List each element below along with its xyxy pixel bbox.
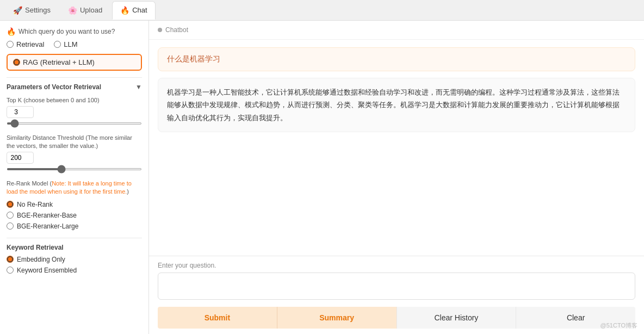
sidebar: 🔥 Which query do you want to use? Retrie… xyxy=(0,21,149,334)
bge-large-option[interactable]: BGE-Reranker-Large xyxy=(7,222,142,230)
query-section-title: 🔥 Which query do you want to use? xyxy=(7,27,142,36)
divider-1 xyxy=(7,77,142,78)
bot-message: 机器学习是一种人工智能技术，它让计算机系统能够通过数据和经验自动学习和改进，而无… xyxy=(158,78,635,132)
top-k-group: Top K (choose between 0 and 100) xyxy=(7,96,142,126)
chat-messages: 什么是机器学习 机器学习是一种人工智能技术，它让计算机系统能够通过数据和经验自动… xyxy=(149,40,644,256)
retrieval-llm-row: Retrieval LLM xyxy=(7,40,142,48)
chatbot-label: Chatbot xyxy=(165,26,188,34)
keyword-ensembled-option[interactable]: Keyword Ensembled xyxy=(7,267,142,274)
top-k-input[interactable] xyxy=(7,106,34,118)
submit-button[interactable]: Submit xyxy=(158,307,277,329)
fire-icon: 🔥 xyxy=(7,27,16,36)
chat-area: Chatbot 什么是机器学习 机器学习是一种人工智能技术，它让计算机系统能够通… xyxy=(149,21,644,334)
params-header: Parameters of Vector Retrieval ▼ xyxy=(7,83,142,91)
top-k-input-row xyxy=(7,106,142,118)
chat-buttons: Submit Summary Clear History Clear xyxy=(158,307,635,329)
params-collapse-icon[interactable]: ▼ xyxy=(135,83,142,91)
similarity-group: Similarity Distance Threshold (The more … xyxy=(7,134,142,172)
chatbot-header: Chatbot xyxy=(149,21,644,40)
bge-base-option[interactable]: BGE-Reranker-Base xyxy=(7,212,142,219)
tab-chat[interactable]: 🔥 Chat xyxy=(112,1,155,20)
similarity-input[interactable] xyxy=(7,152,34,164)
user-message-text: 什么是机器学习 xyxy=(167,54,626,64)
retrieval-option[interactable]: Retrieval xyxy=(7,40,44,48)
settings-icon: 🚀 xyxy=(13,6,22,15)
top-k-slider[interactable] xyxy=(7,122,142,125)
chat-icon: 🔥 xyxy=(120,6,129,15)
similarity-slider[interactable] xyxy=(7,168,142,170)
chat-input-area: Enter your question. Submit Summary Clea… xyxy=(149,256,644,334)
upload-icon: 🌸 xyxy=(68,6,77,15)
rerank-group: Re-Rank Model (Note: It will take a long… xyxy=(7,180,142,230)
keyword-title: Keyword Retrieval xyxy=(7,244,142,251)
main-content: 🔥 Which query do you want to use? Retrie… xyxy=(0,21,644,334)
tab-bar: 🚀 Settings 🌸 Upload 🔥 Chat xyxy=(0,0,644,21)
chat-input[interactable] xyxy=(158,273,635,300)
tab-settings[interactable]: 🚀 Settings xyxy=(5,1,58,20)
clear-history-button[interactable]: Clear History xyxy=(397,307,517,329)
watermark: @51CTO博客 xyxy=(600,321,637,330)
input-label: Enter your question. xyxy=(158,262,635,269)
query-options: Retrieval LLM RAG (Retrieval + LLM) xyxy=(7,40,142,71)
divider-2 xyxy=(7,238,142,238)
user-message: 什么是机器学习 xyxy=(158,47,635,71)
tab-upload[interactable]: 🌸 Upload xyxy=(60,1,110,20)
bot-message-text: 机器学习是一种人工智能技术，它让计算机系统能够通过数据和经验自动学习和改进，而无… xyxy=(167,86,626,124)
embedding-only-option[interactable]: Embedding Only xyxy=(7,256,142,263)
no-rerank-option[interactable]: No Re-Rank xyxy=(7,201,142,208)
chatbot-status-dot xyxy=(158,28,162,32)
rag-option[interactable]: RAG (Retrieval + LLM) xyxy=(7,54,142,71)
similarity-input-row xyxy=(7,152,142,164)
llm-option[interactable]: LLM xyxy=(54,40,77,48)
summary-button[interactable]: Summary xyxy=(277,307,397,329)
chat-wrapper: Chatbot 什么是机器学习 机器学习是一种人工智能技术，它让计算机系统能够通… xyxy=(149,21,644,334)
